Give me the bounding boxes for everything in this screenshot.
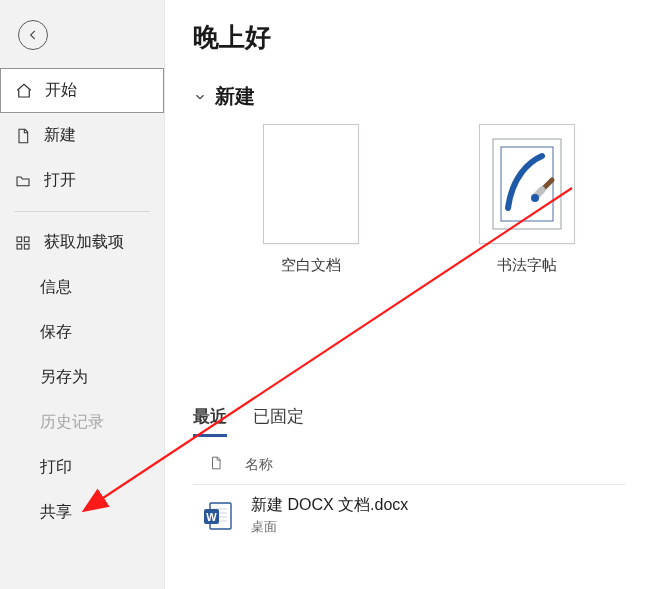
- separator: [14, 211, 150, 212]
- tab-pinned[interactable]: 已固定: [253, 405, 304, 437]
- svg-rect-2: [17, 244, 22, 249]
- nav-label: 开始: [45, 80, 77, 101]
- nav-label: 历史记录: [40, 412, 104, 433]
- chevron-down-icon: [193, 90, 207, 104]
- nav-label: 打开: [44, 170, 76, 191]
- nav-label: 共享: [40, 502, 72, 523]
- nav-info[interactable]: 信息: [0, 265, 164, 310]
- main-panel: 晚上好 新建 空白文档: [165, 0, 645, 589]
- file-name: 新建 DOCX 文档.docx: [251, 495, 408, 516]
- nav-label: 打印: [40, 457, 72, 478]
- svg-text:W: W: [206, 510, 217, 522]
- nav-label: 信息: [40, 277, 72, 298]
- templates-row: 空白文档 书法字帖: [193, 124, 645, 275]
- apps-icon: [14, 234, 32, 252]
- file-row[interactable]: W 新建 DOCX 文档.docx 桌面: [193, 485, 645, 546]
- nav-save[interactable]: 保存: [0, 310, 164, 355]
- template-calligraphy[interactable]: 书法字帖: [479, 124, 575, 275]
- column-name: 名称: [245, 456, 273, 474]
- document-icon: [209, 455, 227, 474]
- folder-icon: [14, 172, 32, 190]
- file-location: 桌面: [251, 518, 408, 536]
- nav-label: 保存: [40, 322, 72, 343]
- nav-history: 历史记录: [0, 400, 164, 445]
- home-icon: [15, 82, 33, 100]
- nav-new[interactable]: 新建: [0, 113, 164, 158]
- nav-share[interactable]: 共享: [0, 490, 164, 535]
- svg-rect-3: [24, 244, 29, 249]
- template-label: 书法字帖: [497, 256, 557, 275]
- nav-addins[interactable]: 获取加载项: [0, 220, 164, 265]
- section-title: 新建: [215, 83, 255, 110]
- template-thumb-calligraphy: [479, 124, 575, 244]
- svg-rect-0: [17, 237, 22, 242]
- template-label: 空白文档: [281, 256, 341, 275]
- nav-label: 新建: [44, 125, 76, 146]
- arrow-left-icon: [26, 28, 40, 42]
- file-meta: 新建 DOCX 文档.docx 桌面: [251, 495, 408, 536]
- nav-open[interactable]: 打开: [0, 158, 164, 203]
- nav-label: 另存为: [40, 367, 88, 388]
- word-file-icon: W: [201, 499, 235, 533]
- recent-tabs: 最近 已固定: [193, 405, 645, 437]
- svg-rect-1: [24, 237, 29, 242]
- template-thumb-blank: [263, 124, 359, 244]
- nav-save-as[interactable]: 另存为: [0, 355, 164, 400]
- back-button[interactable]: [18, 20, 48, 50]
- nav-print[interactable]: 打印: [0, 445, 164, 490]
- svg-point-6: [531, 194, 539, 202]
- section-new-header[interactable]: 新建: [193, 83, 645, 110]
- file-list-header: 名称: [193, 437, 645, 480]
- document-icon: [14, 127, 32, 145]
- sidebar: 开始 新建 打开 获取加载项 信息 保存 另存为: [0, 0, 165, 589]
- nav-start[interactable]: 开始: [0, 68, 164, 113]
- nav-label: 获取加载项: [44, 232, 124, 253]
- template-blank[interactable]: 空白文档: [263, 124, 359, 275]
- page-title: 晚上好: [193, 20, 645, 55]
- tab-recent[interactable]: 最近: [193, 405, 227, 437]
